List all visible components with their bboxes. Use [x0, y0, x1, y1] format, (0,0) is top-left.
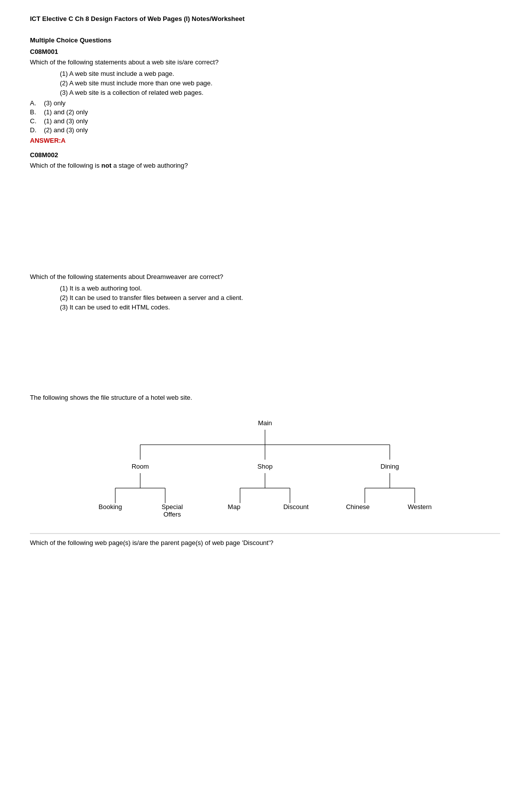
- tree-node-main: Main: [253, 416, 277, 430]
- divider: [30, 533, 500, 534]
- tree-node-chinese: Chinese: [338, 503, 378, 511]
- q3-options-area: [30, 314, 500, 394]
- q1-sub-1: (1) A web site must include a web page.: [60, 70, 500, 77]
- tree-lines-1: [90, 430, 440, 460]
- tree-node-map: Map: [214, 503, 254, 511]
- tree-node-western: Western: [400, 503, 440, 511]
- tree-diagram: Main Room Shop Dining Booking: [90, 416, 440, 518]
- tree-node-shop: Shop: [230, 460, 300, 473]
- q1-option-b: B. (1) and (2) only: [30, 108, 500, 116]
- tree-node-booking: Booking: [90, 503, 130, 511]
- q2-text: Which of the following is not a stage of…: [30, 162, 500, 169]
- tree-level3: Booking SpecialOffers Map Discount Chine…: [90, 503, 440, 518]
- q1-answer: ANSWER:A: [30, 137, 500, 144]
- q3-sub-1: (1) It is a web authoring tool.: [60, 284, 500, 292]
- q4-options-area: [30, 550, 500, 590]
- tree-node-discount: Discount: [276, 503, 316, 511]
- tree-node-dining: Dining: [355, 460, 425, 473]
- q1-sub-2: (2) A web site must include more than on…: [60, 79, 500, 87]
- page-title: ICT Elective C Ch 8 Design Factors of We…: [30, 15, 500, 22]
- q4-intro: The following shows the file structure o…: [30, 394, 500, 401]
- tree-lines-2: [90, 473, 440, 503]
- q2-image-area: [30, 173, 500, 273]
- q3-sub-3: (3) It can be used to edit HTML codes.: [60, 303, 500, 311]
- q1-id: C08M001: [30, 48, 500, 55]
- q1-sub-items: (1) A web site must include a web page. …: [60, 70, 500, 96]
- tree-node-room: Room: [105, 460, 175, 473]
- q3-sub-2: (2) It can be used to transfer files bet…: [60, 294, 500, 301]
- q1-text: Which of the following statements about …: [30, 58, 500, 66]
- q1-option-a: A. (3) only: [30, 99, 500, 107]
- q4-question: Which of the following web page(s) is/ar…: [30, 539, 500, 546]
- q1-option-c: C. (1) and (3) only: [30, 117, 500, 125]
- q3-sub-items: (1) It is a web authoring tool. (2) It c…: [60, 284, 500, 311]
- section-title: Multiple Choice Questions: [30, 36, 500, 44]
- q1-sub-3: (3) A web site is a collection of relate…: [60, 89, 500, 96]
- tree-level2: Room Shop Dining: [90, 460, 440, 473]
- q1-options: A. (3) only B. (1) and (2) only C. (1) a…: [30, 99, 500, 134]
- tree-level1: Main: [90, 416, 440, 430]
- q3-text: Which of the following statements about …: [30, 273, 500, 280]
- q2-id: C08M002: [30, 151, 500, 159]
- tree-node-special-offers: SpecialOffers: [152, 503, 192, 518]
- q1-option-d: D. (2) and (3) only: [30, 126, 500, 134]
